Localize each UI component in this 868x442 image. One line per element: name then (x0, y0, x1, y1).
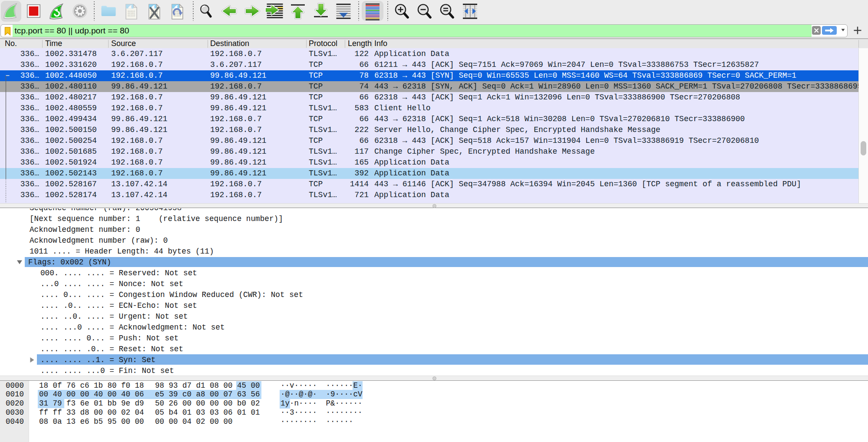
svg-text:01110: 01110 (128, 14, 135, 17)
